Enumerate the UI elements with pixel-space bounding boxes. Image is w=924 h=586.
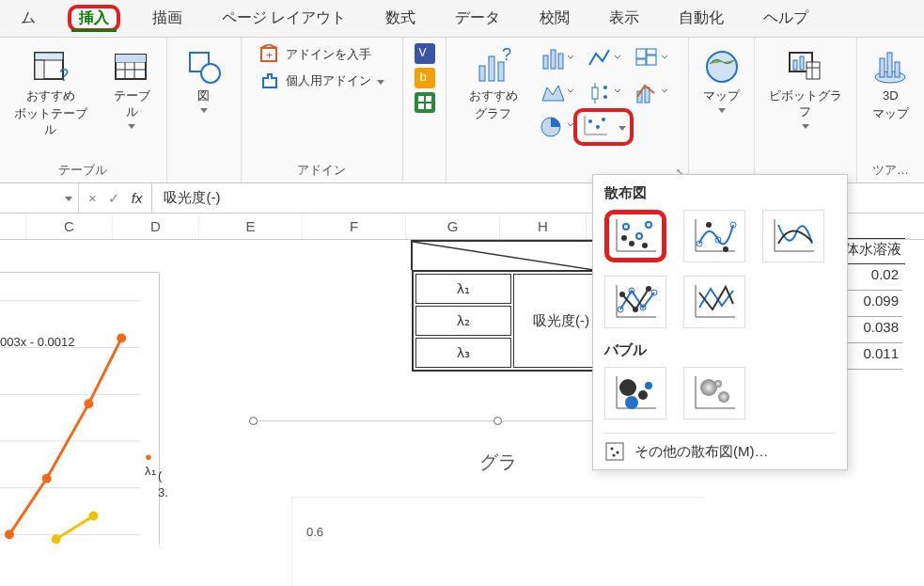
3d-map-label2: マップ <box>872 106 909 122</box>
tab-formulas[interactable]: 数式 <box>378 5 423 32</box>
svg-rect-22 <box>543 55 548 69</box>
chevron-down-icon <box>128 124 135 129</box>
bubble-3d-option[interactable] <box>683 367 745 420</box>
svg-line-53 <box>413 242 603 271</box>
illustrations-button[interactable]: 図 <box>179 43 229 117</box>
bing-icon[interactable]: b <box>415 68 435 88</box>
svg-rect-14 <box>418 96 424 102</box>
lambda1-cell[interactable]: λ₁ <box>415 274 511 304</box>
svg-point-63 <box>117 334 126 343</box>
flyout-scatter-header: 散布図 <box>604 184 836 202</box>
group-tables-label: テーブル <box>58 162 107 179</box>
stats-chart-button[interactable] <box>582 77 625 109</box>
col-header[interactable]: F <box>303 214 406 239</box>
embedded-scatter-chart[interactable]: 003x - 0.0012 ● λ₁ ( 3. <box>0 272 160 545</box>
treemap-chart-button[interactable] <box>629 43 672 75</box>
svg-point-42 <box>707 52 737 82</box>
tab-home-fragment[interactable]: ム <box>13 5 43 32</box>
svg-rect-46 <box>807 62 820 79</box>
map-chart-button[interactable]: マップ <box>697 43 747 117</box>
pie-chart-button[interactable] <box>535 111 578 143</box>
svg-rect-24 <box>558 54 563 69</box>
group-addins-label: アドイン <box>297 162 346 179</box>
col-header[interactable]: C <box>26 214 113 239</box>
table-button[interactable]: テーブル <box>104 43 158 133</box>
tab-view[interactable]: 表示 <box>602 5 647 32</box>
scatter-chart-flyout: 散布図 <box>592 174 848 470</box>
name-box-dropdown[interactable] <box>65 197 72 201</box>
svg-rect-19 <box>489 56 494 81</box>
recommended-pivot-button[interactable]: ? おすすめ ボットテーブル <box>8 43 93 142</box>
col-header[interactable]: D <box>113 214 199 239</box>
svg-rect-29 <box>592 87 598 99</box>
chart-title[interactable]: グラ <box>479 450 517 475</box>
fx-button[interactable]: fx <box>132 190 143 206</box>
col-header[interactable]: G <box>406 214 500 239</box>
svg-text:?: ? <box>502 47 511 64</box>
scatter-smooth-option[interactable] <box>762 210 824 262</box>
pivot-chart-button[interactable]: ピボットグラフ <box>762 43 849 133</box>
people-graph-icon[interactable] <box>415 92 435 113</box>
svg-point-92 <box>633 307 638 312</box>
legend-lambda1: λ₁ <box>145 464 156 478</box>
svg-point-32 <box>603 86 607 89</box>
svg-point-81 <box>706 222 712 228</box>
lambda2-cell[interactable]: λ₂ <box>415 306 511 336</box>
scatter-lines-markers-option[interactable] <box>604 276 666 328</box>
confirm-edit-button[interactable]: ✓ <box>108 190 120 207</box>
tab-review[interactable]: 校閲 <box>532 5 577 32</box>
col-header[interactable]: H <box>500 214 587 239</box>
scatter-smooth-markers-option[interactable] <box>683 210 745 262</box>
svg-point-109 <box>617 451 619 454</box>
svg-point-64 <box>52 534 61 544</box>
svg-rect-50 <box>880 58 885 77</box>
3d-map-button[interactable]: 3D マップ <box>865 43 916 126</box>
merged-header-cell <box>411 240 604 270</box>
svg-point-93 <box>646 286 651 292</box>
line-chart-button[interactable] <box>582 43 625 75</box>
cancel-edit-button[interactable]: × <box>88 190 97 206</box>
combo-chart-button[interactable] <box>629 77 672 109</box>
svg-point-108 <box>611 448 614 451</box>
svg-rect-15 <box>426 96 431 102</box>
svg-rect-2 <box>35 60 44 79</box>
tab-automate[interactable]: 自動化 <box>671 5 731 32</box>
lambda3-cell[interactable]: λ₃ <box>415 338 511 368</box>
tab-help[interactable]: ヘルプ <box>756 5 816 32</box>
illustrations-label: 図 <box>197 88 210 104</box>
svg-rect-1 <box>35 53 63 60</box>
col-header[interactable]: E <box>199 214 303 239</box>
svg-point-33 <box>603 95 607 99</box>
svg-point-70 <box>623 224 629 230</box>
svg-point-61 <box>42 474 52 483</box>
get-addins-button[interactable]: + アドインを入手 <box>256 43 388 66</box>
column-chart-button[interactable] <box>535 43 578 75</box>
more-scatter-link[interactable]: その他の散布図(M)… <box>604 433 836 462</box>
svg-point-11 <box>201 64 220 83</box>
tab-draw[interactable]: 描画 <box>145 5 190 32</box>
visio-icon[interactable]: V <box>415 43 435 64</box>
recommended-charts-button[interactable]: ? おすすめ グラフ <box>463 43 524 126</box>
svg-point-98 <box>619 379 636 396</box>
chevron-down-icon <box>377 80 384 85</box>
pivot-chart-icon <box>786 47 825 87</box>
svg-point-39 <box>588 119 592 123</box>
svg-rect-45 <box>800 56 804 70</box>
scatter-lines-option[interactable] <box>683 276 745 328</box>
scatter-markers-option[interactable] <box>604 210 666 262</box>
map-label: マップ <box>703 88 740 104</box>
scatter-chart-button[interactable] <box>582 111 625 143</box>
svg-point-91 <box>619 292 625 297</box>
trendline-eq: 003x - 0.0012 <box>0 335 75 349</box>
tab-data[interactable]: データ <box>447 5 508 32</box>
my-addins-button[interactable]: 個人用アドイン <box>256 70 388 92</box>
recommended-charts-icon: ? <box>474 47 513 87</box>
svg-text:+: + <box>266 49 273 62</box>
tab-page-layout[interactable]: ページ レイアウト <box>214 5 353 32</box>
svg-rect-44 <box>793 60 797 70</box>
area-chart-button[interactable] <box>535 77 578 109</box>
3d-map-icon <box>870 47 910 87</box>
tab-insert[interactable]: 挿入 <box>71 6 117 32</box>
svg-rect-17 <box>426 103 431 109</box>
bubble-2d-option[interactable] <box>604 367 666 420</box>
